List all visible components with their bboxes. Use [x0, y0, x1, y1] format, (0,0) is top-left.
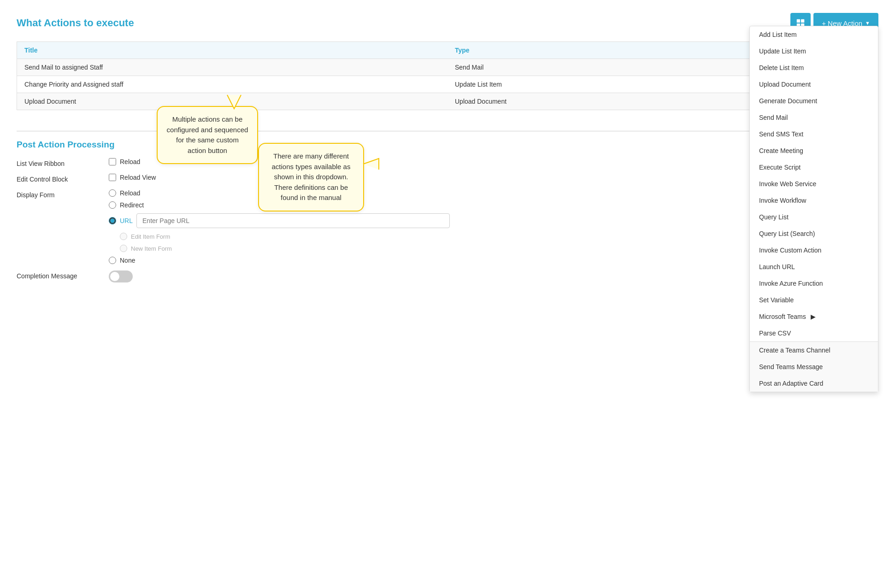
dropdown-item-label: Send SMS Text — [759, 130, 803, 138]
display-form-redirect-label[interactable]: Redirect — [120, 201, 144, 209]
dropdown-item-label: Invoke Workflow — [759, 197, 806, 204]
edit-control-block-label: Edit Control Block — [17, 174, 100, 183]
dropdown-item[interactable]: Invoke Workflow — [750, 192, 878, 209]
dropdown-item[interactable]: Create Meeting — [750, 142, 878, 159]
dropdown-item[interactable]: Execute Script — [750, 159, 878, 176]
new-item-form-label[interactable]: New Item Form — [131, 245, 172, 252]
reload-view-checkbox-row: Reload View — [109, 174, 156, 181]
dropdown-item-label: Invoke Azure Function — [759, 280, 823, 287]
callout-arrow-1 — [225, 94, 243, 110]
edit-item-form-label[interactable]: Edit Item Form — [131, 233, 170, 240]
dropdown-item-label: Invoke Custom Action — [759, 247, 821, 254]
display-form-none-radio[interactable] — [109, 257, 116, 264]
chevron-right-icon: ▶ — [811, 313, 816, 320]
dropdown-item-label: Query List — [759, 213, 789, 221]
dropdown-sub-section: Create a Teams ChannelSend Teams Message… — [750, 341, 878, 392]
table-cell-title: Change Priority and Assigned staff — [17, 76, 448, 93]
dropdown-item-label: Launch URL — [759, 263, 795, 270]
display-form-redirect-radio[interactable] — [109, 201, 116, 209]
list-view-ribbon-controls: Reload — [109, 158, 140, 165]
main-container: What Actions to execute + New Action ▼ T… — [0, 0, 895, 302]
dropdown-item-label: Create Meeting — [759, 147, 803, 154]
reload-view-checkbox-label[interactable]: Reload View — [120, 174, 156, 181]
display-form-url-label[interactable]: URL — [120, 217, 133, 224]
dropdown-item[interactable]: Invoke Custom Action — [750, 242, 878, 259]
edit-control-block-reload-checkbox[interactable] — [109, 174, 116, 181]
dropdown-item[interactable]: Launch URL — [750, 259, 878, 275]
dropdown-item-label: Execute Script — [759, 164, 801, 171]
toggle-slider — [109, 270, 133, 282]
callout-text-2: There are many different actions types a… — [272, 152, 351, 201]
dropdown-item[interactable]: Send Mail — [750, 109, 878, 126]
display-form-reload-radio[interactable] — [109, 189, 116, 197]
table-cell-title: Send Mail to assigned Staff — [17, 59, 448, 76]
dropdown-item[interactable]: Set Variable — [750, 292, 878, 308]
dropdown-item[interactable]: Invoke Azure Function — [750, 275, 878, 292]
dropdown-item-label: Delete List Item — [759, 64, 804, 71]
url-input[interactable] — [136, 213, 450, 228]
dropdown-item[interactable]: Invoke Web Service — [750, 176, 878, 192]
page-title: What Actions to execute — [17, 17, 134, 29]
dropdown-item-label: Update List Item — [759, 47, 806, 55]
dropdown-item-label: Upload Document — [759, 81, 811, 88]
chevron-down-icon: ▼ — [865, 20, 870, 26]
dropdown-item-label: Parse CSV — [759, 329, 791, 337]
dropdown-item[interactable]: Update List Item — [750, 43, 878, 59]
callout-arrow-2 — [362, 158, 380, 171]
dropdown-menu: Add List ItemUpdate List ItemDelete List… — [749, 26, 878, 392]
dropdown-sub-item-label: Post an Adaptive Card — [759, 380, 823, 387]
dropdown-item[interactable]: Upload Document — [750, 76, 878, 93]
display-form-label: Display Form — [17, 189, 100, 199]
svg-rect-0 — [797, 19, 800, 23]
dropdown-sub-item-label: Create a Teams Channel — [759, 347, 830, 354]
dropdown-item[interactable]: Microsoft Teams▶ — [750, 308, 878, 325]
edit-item-form-radio[interactable] — [120, 233, 127, 240]
display-form-none-label[interactable]: None — [120, 257, 135, 264]
callout-bubble-1: Multiple actions can be configured and s… — [157, 106, 258, 164]
completion-message-toggle-container — [109, 270, 133, 282]
table-header-title: Title — [17, 42, 448, 59]
callout-text-1: Multiple actions can be configured and s… — [167, 115, 248, 154]
display-form-reload-label[interactable]: Reload — [120, 189, 140, 197]
reload-checkbox-row: Reload — [109, 158, 140, 165]
dropdown-item[interactable]: Query List — [750, 209, 878, 225]
edit-control-block-controls: Reload View — [109, 174, 156, 181]
dropdown-item-label: Set Variable — [759, 296, 794, 304]
dropdown-item[interactable]: Delete List Item — [750, 59, 878, 76]
dropdown-item-label: Generate Document — [759, 97, 817, 105]
dropdown-sub-item[interactable]: Send Teams Message — [750, 359, 878, 375]
list-view-ribbon-reload-checkbox[interactable] — [109, 158, 116, 165]
dropdown-item-label: Invoke Web Service — [759, 180, 816, 188]
url-row: URL — [109, 213, 450, 228]
dropdown-item[interactable]: Generate Document — [750, 93, 878, 109]
reload-checkbox-label[interactable]: Reload — [120, 158, 140, 165]
dropdown-item-label: Send Mail — [759, 114, 788, 121]
dropdown-item[interactable]: Query List (Search) — [750, 225, 878, 242]
dropdown-item[interactable]: Send SMS Text — [750, 126, 878, 142]
list-view-ribbon-label: List View Ribbon — [17, 158, 100, 167]
dropdown-item-label: Microsoft Teams — [759, 313, 806, 320]
dropdown-sub-item-label: Send Teams Message — [759, 363, 823, 370]
svg-rect-1 — [801, 19, 804, 23]
edit-item-form-row: Edit Item Form — [109, 233, 450, 240]
none-radio-row: None — [109, 257, 450, 264]
completion-message-toggle[interactable] — [109, 270, 133, 282]
display-form-url-radio[interactable] — [109, 217, 116, 224]
new-item-form-radio[interactable] — [120, 245, 127, 252]
dropdown-item[interactable]: Add List Item — [750, 26, 878, 43]
dropdown-sub-item[interactable]: Post an Adaptive Card — [750, 375, 878, 392]
dropdown-item-label: Query List (Search) — [759, 230, 815, 237]
completion-message-label: Completion Message — [17, 270, 100, 280]
callout-bubble-2: There are many different actions types a… — [258, 143, 364, 212]
dropdown-sub-item[interactable]: Create a Teams Channel — [750, 342, 878, 359]
new-item-form-row: New Item Form — [109, 245, 450, 252]
dropdown-item[interactable]: Parse CSV — [750, 325, 878, 341]
dropdown-item-label: Add List Item — [759, 31, 797, 38]
